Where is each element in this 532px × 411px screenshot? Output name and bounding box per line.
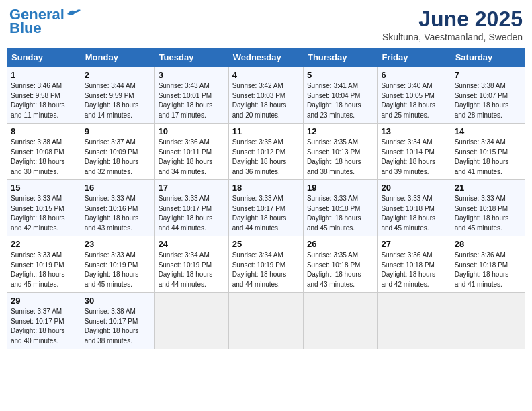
day-info: Sunrise: 3:41 AMSunset: 10:04 PMDaylight… — [307, 81, 373, 120]
title-area: June 2025 Skultuna, Vaestmanland, Sweden — [382, 7, 523, 42]
day-number: 2 — [85, 70, 151, 80]
day-info: Sunrise: 3:34 AMSunset: 10:15 PMDaylight… — [455, 138, 521, 177]
calendar-cell: 21Sunrise: 3:33 AMSunset: 10:18 PMDaylig… — [451, 180, 525, 236]
day-number: 21 — [455, 183, 521, 193]
day-number: 27 — [381, 239, 447, 249]
day-number: 1 — [11, 70, 77, 80]
weekday-header-friday: Friday — [378, 48, 451, 67]
day-number: 17 — [159, 183, 225, 193]
day-info: Sunrise: 3:33 AMSunset: 10:16 PMDaylight… — [85, 194, 151, 233]
day-number: 18 — [232, 183, 300, 193]
day-number: 28 — [455, 239, 521, 249]
day-number: 22 — [11, 239, 77, 249]
day-info: Sunrise: 3:40 AMSunset: 10:05 PMDaylight… — [381, 81, 447, 120]
calendar-cell: 1Sunrise: 3:46 AMSunset: 9:58 PMDaylight… — [7, 67, 81, 124]
logo: General Blue — [9, 7, 81, 36]
calendar-cell: 4Sunrise: 3:42 AMSunset: 10:03 PMDayligh… — [228, 67, 303, 124]
weekday-header-saturday: Saturday — [451, 48, 525, 67]
weekday-header-thursday: Thursday — [303, 48, 377, 67]
day-info: Sunrise: 3:35 AMSunset: 10:18 PMDaylight… — [307, 250, 373, 289]
calendar-cell: 3Sunrise: 3:43 AMSunset: 10:01 PMDayligh… — [154, 67, 228, 124]
day-number: 13 — [381, 126, 447, 136]
calendar-cell: 30Sunrise: 3:38 AMSunset: 10:17 PMDaylig… — [81, 293, 154, 349]
day-info: Sunrise: 3:43 AMSunset: 10:01 PMDaylight… — [159, 81, 225, 120]
day-number: 16 — [85, 183, 151, 193]
calendar-cell — [451, 293, 525, 349]
calendar-table: SundayMondayTuesdayWednesdayThursdayFrid… — [7, 48, 525, 349]
day-info: Sunrise: 3:38 AMSunset: 10:17 PMDaylight… — [85, 307, 151, 346]
day-number: 5 — [307, 70, 373, 80]
day-info: Sunrise: 3:34 AMSunset: 10:19 PMDaylight… — [159, 250, 225, 289]
month-title: June 2025 — [382, 7, 523, 32]
calendar-cell: 11Sunrise: 3:35 AMSunset: 10:12 PMDaylig… — [228, 124, 303, 180]
weekday-header-monday: Monday — [81, 48, 154, 67]
day-info: Sunrise: 3:36 AMSunset: 10:11 PMDaylight… — [159, 138, 225, 177]
day-number: 23 — [85, 239, 151, 249]
day-number: 10 — [159, 126, 225, 136]
calendar-cell: 29Sunrise: 3:37 AMSunset: 10:17 PMDaylig… — [7, 293, 81, 349]
calendar-cell: 23Sunrise: 3:33 AMSunset: 10:19 PMDaylig… — [81, 236, 154, 293]
location-subtitle: Skultuna, Vaestmanland, Sweden — [382, 32, 523, 42]
day-number: 26 — [307, 239, 373, 249]
day-number: 8 — [11, 126, 77, 136]
day-info: Sunrise: 3:36 AMSunset: 10:18 PMDaylight… — [381, 250, 447, 289]
calendar-cell: 17Sunrise: 3:33 AMSunset: 10:17 PMDaylig… — [154, 180, 228, 236]
weekday-header-row: SundayMondayTuesdayWednesdayThursdayFrid… — [7, 48, 525, 67]
day-info: Sunrise: 3:38 AMSunset: 10:08 PMDaylight… — [11, 138, 77, 177]
week-row-2: 8Sunrise: 3:38 AMSunset: 10:08 PMDayligh… — [7, 124, 525, 180]
day-info: Sunrise: 3:33 AMSunset: 10:19 PMDaylight… — [11, 250, 77, 289]
day-info: Sunrise: 3:33 AMSunset: 10:17 PMDaylight… — [232, 194, 300, 233]
calendar-cell: 26Sunrise: 3:35 AMSunset: 10:18 PMDaylig… — [303, 236, 377, 293]
day-number: 9 — [85, 126, 151, 136]
logo-blue: Blue — [9, 20, 42, 36]
day-number: 14 — [455, 126, 521, 136]
weekday-header-sunday: Sunday — [7, 48, 81, 67]
calendar-cell: 28Sunrise: 3:36 AMSunset: 10:18 PMDaylig… — [451, 236, 525, 293]
day-info: Sunrise: 3:38 AMSunset: 10:07 PMDaylight… — [455, 81, 521, 120]
weekday-header-wednesday: Wednesday — [228, 48, 303, 67]
calendar-cell: 6Sunrise: 3:40 AMSunset: 10:05 PMDayligh… — [378, 67, 451, 124]
calendar-cell: 8Sunrise: 3:38 AMSunset: 10:08 PMDayligh… — [7, 124, 81, 180]
day-info: Sunrise: 3:37 AMSunset: 10:17 PMDaylight… — [11, 307, 77, 346]
calendar-cell: 19Sunrise: 3:33 AMSunset: 10:18 PMDaylig… — [303, 180, 377, 236]
day-number: 19 — [307, 183, 373, 193]
day-info: Sunrise: 3:33 AMSunset: 10:19 PMDaylight… — [85, 250, 151, 289]
calendar-cell: 12Sunrise: 3:35 AMSunset: 10:13 PMDaylig… — [303, 124, 377, 180]
day-number: 15 — [11, 183, 77, 193]
day-info: Sunrise: 3:36 AMSunset: 10:18 PMDaylight… — [455, 250, 521, 289]
calendar-cell — [228, 293, 303, 349]
day-info: Sunrise: 3:33 AMSunset: 10:18 PMDaylight… — [455, 194, 521, 233]
calendar-cell: 25Sunrise: 3:34 AMSunset: 10:19 PMDaylig… — [228, 236, 303, 293]
day-info: Sunrise: 3:44 AMSunset: 9:59 PMDaylight:… — [85, 81, 151, 120]
week-row-5: 29Sunrise: 3:37 AMSunset: 10:17 PMDaylig… — [7, 293, 525, 349]
calendar-cell: 18Sunrise: 3:33 AMSunset: 10:17 PMDaylig… — [228, 180, 303, 236]
day-number: 7 — [455, 70, 521, 80]
day-number: 4 — [232, 70, 300, 80]
calendar-cell: 27Sunrise: 3:36 AMSunset: 10:18 PMDaylig… — [378, 236, 451, 293]
calendar-cell: 7Sunrise: 3:38 AMSunset: 10:07 PMDayligh… — [451, 67, 525, 124]
day-info: Sunrise: 3:37 AMSunset: 10:09 PMDaylight… — [85, 138, 151, 177]
day-number: 25 — [232, 239, 300, 249]
day-info: Sunrise: 3:46 AMSunset: 9:58 PMDaylight:… — [11, 81, 77, 120]
calendar-cell — [378, 293, 451, 349]
calendar-cell — [303, 293, 377, 349]
day-number: 24 — [159, 239, 225, 249]
day-number: 30 — [85, 295, 151, 306]
calendar-cell: 24Sunrise: 3:34 AMSunset: 10:19 PMDaylig… — [154, 236, 228, 293]
calendar-cell: 22Sunrise: 3:33 AMSunset: 10:19 PMDaylig… — [7, 236, 81, 293]
page-header: General Blue June 2025 Skultuna, Vaestma… — [7, 7, 525, 42]
day-number: 6 — [381, 70, 447, 80]
week-row-3: 15Sunrise: 3:33 AMSunset: 10:15 PMDaylig… — [7, 180, 525, 236]
calendar-cell: 14Sunrise: 3:34 AMSunset: 10:15 PMDaylig… — [451, 124, 525, 180]
logo-bird-icon — [66, 7, 81, 19]
day-info: Sunrise: 3:33 AMSunset: 10:15 PMDaylight… — [11, 194, 77, 233]
day-number: 3 — [159, 70, 225, 80]
day-info: Sunrise: 3:42 AMSunset: 10:03 PMDaylight… — [232, 81, 300, 120]
calendar-cell: 16Sunrise: 3:33 AMSunset: 10:16 PMDaylig… — [81, 180, 154, 236]
calendar-cell: 10Sunrise: 3:36 AMSunset: 10:11 PMDaylig… — [154, 124, 228, 180]
day-info: Sunrise: 3:33 AMSunset: 10:18 PMDaylight… — [381, 194, 447, 233]
day-info: Sunrise: 3:34 AMSunset: 10:14 PMDaylight… — [381, 138, 447, 177]
day-info: Sunrise: 3:35 AMSunset: 10:13 PMDaylight… — [307, 138, 373, 177]
calendar-cell: 20Sunrise: 3:33 AMSunset: 10:18 PMDaylig… — [378, 180, 451, 236]
day-info: Sunrise: 3:33 AMSunset: 10:17 PMDaylight… — [159, 194, 225, 233]
